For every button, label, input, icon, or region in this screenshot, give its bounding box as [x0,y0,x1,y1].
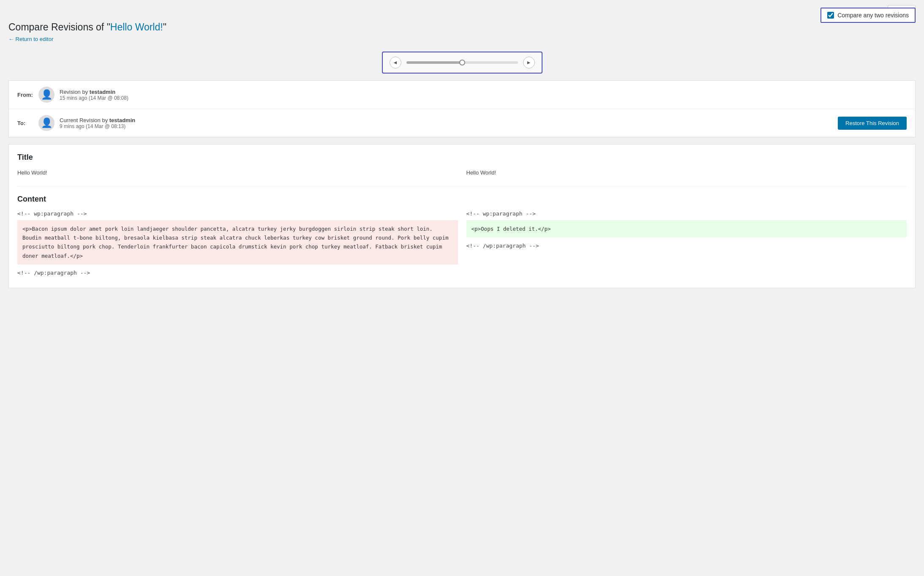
slider-handle[interactable] [459,60,465,66]
title-right-col: Hello World! [462,169,907,177]
page-title: Compare Revisions of "Hello World!" [8,22,916,33]
from-avatar: 👤 [38,87,55,103]
to-avatar: 👤 [38,115,55,131]
to-avatar-icon: 👤 [41,117,52,128]
to-revision-row: To: 👤 Current Revision by testadmin 9 mi… [9,109,915,137]
to-revision-author: Current Revision by testadmin [60,117,907,123]
title-left-col: Hello World! [17,169,462,177]
page-title-prefix: Compare Revisions of " [8,22,110,33]
to-label: To: [17,120,38,126]
right-comment-bottom: <!-- /wp:paragraph --> [466,243,907,249]
to-revision-time: 9 mins ago (14 Mar @ 08:13) [60,123,907,129]
post-title-link[interactable]: Hello World! [110,22,163,33]
content-left-col: <!-- wp:paragraph --> <p>Bacon ipsum dol… [17,210,462,279]
content-diff-columns: <!-- wp:paragraph --> <p>Bacon ipsum dol… [17,210,907,279]
page-header: Compare Revisions of "Hello World!" ← Re… [0,17,924,45]
from-revision-details: Revision by testadmin 15 mins ago (14 Ma… [60,89,907,101]
revision-slider-container: ◄ ► [382,52,542,74]
left-comment-bottom: <!-- /wp:paragraph --> [17,270,458,276]
right-diff-added: <p>Oops I deleted it.</p> [466,220,907,237]
from-revision-row: From: 👤 Revision by testadmin 15 mins ag… [9,81,915,109]
title-diff-heading: Title [17,153,907,162]
restore-revision-button[interactable]: Restore This Revision [838,117,907,130]
return-to-editor-link[interactable]: ← Return to editor [8,36,53,42]
title-content-divider [17,186,907,186]
content-diff-heading: Content [17,195,907,204]
page-title-suffix: " [163,22,166,33]
from-avatar-icon: 👤 [41,89,52,100]
slider-track[interactable] [406,61,518,64]
content-diff-block: Content <!-- wp:paragraph --> <p>Bacon i… [17,195,907,279]
to-revision-details: Current Revision by testadmin 9 mins ago… [60,117,907,129]
from-revision-author: Revision by testadmin [60,89,907,95]
left-diff-removed: <p>Bacon ipsum dolor amet pork loin land… [17,220,458,265]
right-comment-top: <!-- wp:paragraph --> [466,210,907,217]
from-revision-time: 15 mins ago (14 Mar @ 08:08) [60,95,907,101]
compare-revisions-area: Compare any two revisions [820,8,916,23]
diff-section: Title Hello World! Hello World! Content … [8,144,916,288]
slider-track-fill [406,61,462,64]
revision-slider-section: ◄ ► [0,45,924,80]
title-right-value: Hello World! [466,169,907,177]
title-diff-columns: Hello World! Hello World! [17,169,907,177]
slider-left-arrow[interactable]: ◄ [390,57,401,68]
from-label: From: [17,92,38,98]
slider-right-arrow[interactable]: ► [523,57,535,68]
title-diff-block: Title Hello World! Hello World! [17,153,907,177]
left-comment-top: <!-- wp:paragraph --> [17,210,458,217]
revision-info-panel: From: 👤 Revision by testadmin 15 mins ag… [8,80,916,137]
content-right-col: <!-- wp:paragraph --> <p>Oops I deleted … [462,210,907,279]
title-left-value: Hello World! [17,169,458,177]
compare-checkbox-label[interactable]: Compare any two revisions [837,12,909,19]
compare-checkbox[interactable] [827,12,834,19]
